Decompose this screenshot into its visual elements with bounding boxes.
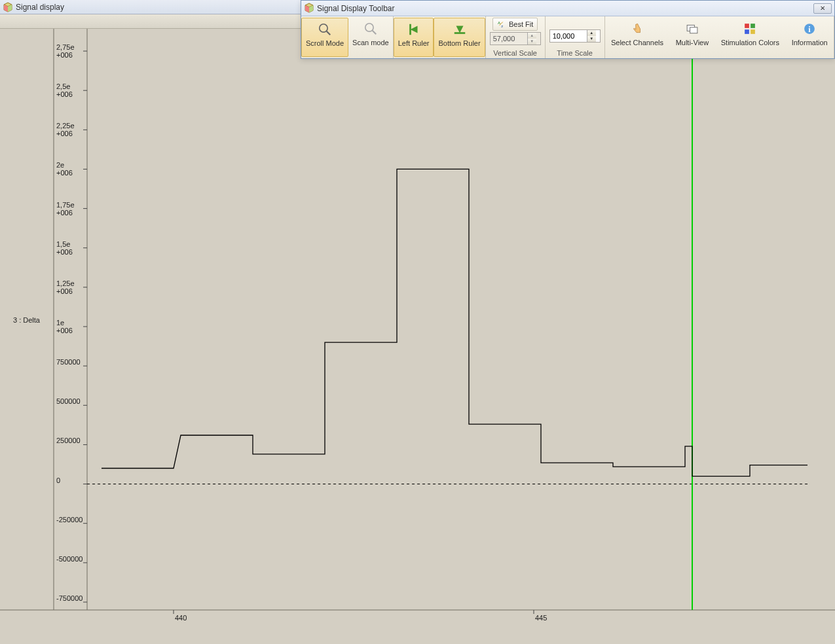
svg-marker-17 — [456, 26, 463, 33]
select-channels-button[interactable]: Select Channels — [607, 18, 667, 57]
select-channels-label: Select Channels — [611, 39, 663, 46]
svg-text:+006: +006 — [56, 287, 73, 295]
vertical-scale-value[interactable] — [491, 35, 527, 43]
svg-text:2,5e: 2,5e — [56, 82, 70, 90]
bottom-ruler-button[interactable]: Bottom Ruler — [434, 18, 485, 57]
main-window-title: Signal display — [16, 3, 64, 12]
svg-text:-750000: -750000 — [56, 594, 83, 602]
hand-pointer-icon — [631, 23, 643, 35]
svg-text:1,75e: 1,75e — [56, 201, 75, 209]
svg-text:i: i — [808, 25, 811, 34]
svg-text:z: z — [501, 24, 503, 28]
svg-text:-500000: -500000 — [56, 555, 83, 563]
signal-display-toolbar-window: Signal Display Toolbar ✕ Scroll Mode Sca… — [301, 0, 835, 59]
svg-text:+006: +006 — [56, 169, 73, 177]
time-scale-value[interactable] — [550, 32, 587, 40]
best-fit-button[interactable]: Az Best Fit — [492, 18, 538, 31]
spin-up-icon[interactable]: ▲ — [587, 30, 596, 36]
svg-point-10 — [320, 24, 327, 32]
svg-text:+006: +006 — [56, 130, 73, 137]
svg-text:+006: +006 — [56, 327, 73, 334]
time-scale-input[interactable]: ▲▼ — [549, 29, 601, 43]
information-label: Information — [792, 39, 828, 46]
left-ruler-label: Left Ruler — [398, 39, 430, 47]
misc-group: Select Channels Multi-View Stimulation C… — [605, 16, 834, 58]
svg-text:+006: +006 — [56, 90, 73, 98]
svg-text:445: 445 — [535, 614, 547, 622]
svg-text:1,5e: 1,5e — [56, 240, 70, 248]
svg-marker-15 — [410, 26, 417, 33]
svg-text:2,75e: 2,75e — [56, 43, 75, 51]
spin-down-icon[interactable]: ▼ — [527, 39, 536, 45]
svg-text:1e: 1e — [56, 319, 64, 327]
left-ruler-button[interactable]: Left Ruler — [394, 18, 434, 57]
time-scale-group: ▲▼ Time Scale — [546, 16, 605, 58]
color-palette-icon — [744, 23, 756, 35]
svg-text:+006: +006 — [56, 248, 73, 256]
scroll-mode-label: Scroll Mode — [306, 39, 344, 47]
multi-view-button[interactable]: Multi-View — [672, 18, 713, 57]
signal-chart[interactable]: -750000-500000-2500000250000500000750000… — [0, 29, 835, 644]
multi-view-icon — [686, 23, 698, 35]
ruler-group: Left Ruler Bottom Ruler — [394, 16, 486, 58]
close-icon[interactable]: ✕ — [813, 3, 832, 14]
svg-text:250000: 250000 — [56, 437, 81, 444]
mode-group: Scroll Mode Scan mode — [301, 16, 394, 58]
svg-line-13 — [373, 31, 377, 35]
toolbar-window-title: Signal Display Toolbar — [317, 4, 813, 13]
vertical-scale-group: Az Best Fit ▲▼ Vertical Scale — [486, 16, 546, 58]
scan-mode-button[interactable]: Scan mode — [348, 18, 393, 57]
information-button[interactable]: i Information — [788, 18, 832, 57]
svg-rect-23 — [751, 24, 756, 28]
toolbar-titlebar[interactable]: Signal Display Toolbar ✕ — [301, 1, 834, 16]
svg-text:2e: 2e — [56, 161, 64, 169]
app-cube-icon — [3, 2, 13, 12]
best-fit-label: Best Fit — [509, 20, 533, 28]
svg-line-11 — [327, 31, 331, 35]
vertical-scale-caption: Vertical Scale — [493, 48, 537, 57]
svg-rect-25 — [751, 29, 756, 34]
multi-view-label: Multi-View — [676, 39, 709, 46]
spin-down-icon[interactable]: ▼ — [587, 36, 596, 42]
svg-text:1,25e: 1,25e — [56, 279, 75, 287]
svg-rect-22 — [745, 24, 750, 28]
bottom-ruler-label: Bottom Ruler — [438, 39, 480, 47]
svg-point-12 — [365, 24, 373, 31]
toolbar-cube-icon — [304, 3, 314, 14]
svg-text:0: 0 — [56, 476, 60, 484]
svg-text:+006: +006 — [56, 209, 73, 217]
svg-text:440: 440 — [175, 614, 187, 622]
toolbar-body: Scroll Mode Scan mode Left Ruler Bottom … — [301, 16, 834, 58]
stimulation-colors-label: Stimulation Colors — [721, 39, 779, 46]
time-scale-caption: Time Scale — [557, 48, 593, 57]
scan-mode-label: Scan mode — [352, 39, 389, 46]
svg-rect-24 — [745, 29, 750, 34]
info-icon: i — [804, 23, 815, 35]
svg-text:-250000: -250000 — [56, 516, 83, 524]
best-fit-icon: Az — [497, 20, 506, 29]
chart-svg: -750000-500000-2500000250000500000750000… — [0, 29, 835, 644]
svg-text:750000: 750000 — [56, 358, 81, 366]
svg-text:+006: +006 — [56, 51, 73, 59]
vertical-scale-input[interactable]: ▲▼ — [490, 32, 541, 45]
svg-text:500000: 500000 — [56, 397, 81, 405]
spin-up-icon[interactable]: ▲ — [527, 33, 536, 39]
svg-text:2,25e: 2,25e — [56, 122, 75, 130]
svg-text:3 : Delta: 3 : Delta — [13, 316, 41, 324]
svg-rect-21 — [690, 27, 697, 33]
scroll-mode-button[interactable]: Scroll Mode — [301, 18, 348, 57]
stimulation-colors-button[interactable]: Stimulation Colors — [717, 18, 783, 57]
